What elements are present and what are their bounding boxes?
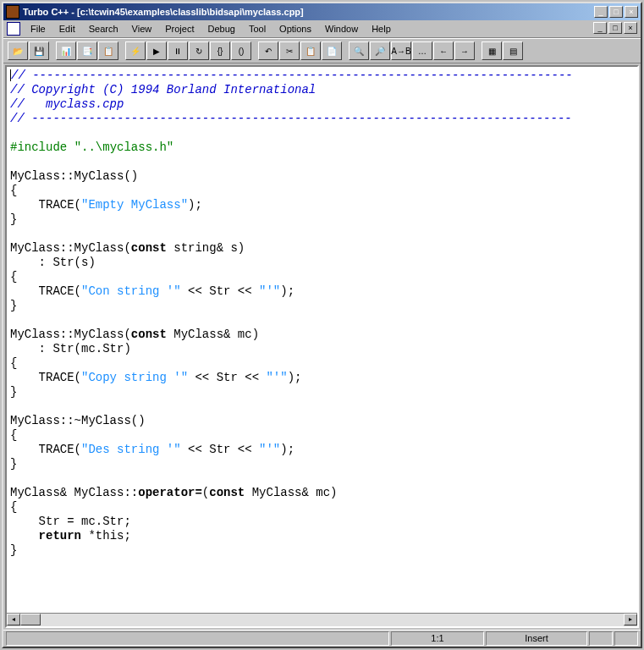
make-icon[interactable]: 📋 [98, 41, 118, 60]
code-brace: } [10, 385, 17, 399]
cut-icon[interactable]: ✂ [279, 41, 300, 60]
code-string: "Copy string '" [81, 371, 188, 384]
code-text: MyClass& MyClass:: [10, 486, 138, 499]
menu-help[interactable]: Help [365, 22, 398, 36]
code-brace: { [10, 270, 17, 284]
menu-edit[interactable]: Edit [52, 22, 82, 36]
menu-project[interactable]: Project [158, 22, 201, 36]
code-keyword: const [131, 241, 167, 255]
menu-window[interactable]: Window [318, 22, 365, 36]
code-text: ); [288, 371, 302, 384]
code-keyword: operator= [138, 486, 202, 499]
code-string: "Empty MyClass" [81, 198, 188, 212]
menu-tool[interactable]: Tool [242, 22, 272, 36]
code-comment: // -------------------------------------… [10, 112, 572, 125]
code-text: MyClass::MyClass( [10, 241, 131, 255]
watch-icon[interactable]: () [231, 41, 251, 60]
replace-icon[interactable]: A→B [391, 41, 411, 60]
code-line: : Str(mc.Str) [10, 342, 131, 355]
code-text: ); [188, 198, 202, 212]
code-brace: { [10, 428, 17, 442]
status-pane-2 [614, 631, 638, 646]
next-msg-icon[interactable]: → [454, 41, 475, 60]
code-string: "'" [259, 443, 280, 456]
reset-icon[interactable]: ↻ [189, 41, 209, 60]
document-icon[interactable] [7, 22, 20, 36]
code-string: "'" [266, 371, 287, 384]
scroll-track[interactable] [20, 614, 624, 626]
status-cursor-position: 1:1 [391, 631, 484, 646]
cascade-icon[interactable]: ▤ [503, 41, 523, 60]
step-over-icon[interactable]: ▶ [146, 41, 167, 60]
menu-debug[interactable]: Debug [201, 22, 241, 36]
code-text: MyClass& mc) [245, 486, 337, 499]
code-line: MyClass::MyClass() [10, 169, 138, 183]
mdi-minimize-button[interactable]: _ [593, 22, 607, 34]
code-line: Str = mc.Str; [10, 515, 131, 528]
project-icon[interactable]: 📊 [56, 41, 76, 60]
code-line: : Str(s) [10, 256, 96, 269]
menu-file[interactable]: File [24, 22, 52, 36]
code-brace: { [10, 500, 17, 514]
code-text: MyClass& mc) [167, 328, 259, 341]
copy-icon[interactable]: 📋 [300, 41, 321, 60]
open-file-icon[interactable]: 📂 [8, 41, 28, 60]
code-text: ); [280, 443, 294, 456]
code-text: TRACE( [10, 443, 81, 456]
menu-search[interactable]: Search [82, 22, 125, 36]
menu-view[interactable]: View [125, 22, 159, 36]
code-brace: { [10, 356, 17, 370]
mdi-controls: _ □ × [592, 22, 637, 36]
code-text: << Str << [181, 443, 259, 456]
maximize-button[interactable]: □ [609, 6, 623, 18]
browse-icon[interactable]: … [412, 41, 432, 60]
code-text: TRACE( [10, 371, 81, 384]
code-text: MyClass::MyClass( [10, 328, 131, 341]
statusbar: 1:1 Insert [3, 630, 641, 647]
close-button[interactable]: × [625, 6, 638, 18]
code-text: << Str << [188, 371, 266, 384]
code-brace: } [10, 299, 17, 312]
find-next-icon[interactable]: 🔎 [370, 41, 390, 60]
menubar: File Edit Search View Project Debug Tool… [3, 20, 641, 38]
code-text: TRACE( [10, 198, 81, 212]
code-string: "'" [259, 284, 280, 298]
code-string: "Con string '" [81, 284, 181, 298]
code-line: MyClass::~MyClass() [10, 414, 146, 427]
menu-options[interactable]: Options [272, 22, 318, 36]
app-window: Turbo C++ - [c:\tcwin45\examples\classli… [2, 2, 642, 648]
run-icon[interactable]: ⚡ [125, 41, 146, 60]
code-text [10, 529, 39, 543]
step-into-icon[interactable]: ⏸ [168, 41, 188, 60]
editor-frame: // -------------------------------------… [5, 65, 639, 628]
scroll-left-icon[interactable]: ◂ [7, 614, 20, 625]
prev-msg-icon[interactable]: ← [433, 41, 454, 60]
toggle-breakpoint-icon[interactable]: {} [210, 41, 230, 60]
scroll-right-icon[interactable]: ▸ [624, 614, 637, 625]
minimize-button[interactable]: _ [594, 6, 608, 18]
code-brace: } [10, 212, 17, 226]
status-pane-1 [589, 631, 613, 646]
undo-icon[interactable]: ↶ [258, 41, 278, 60]
code-brace: } [10, 457, 17, 471]
code-text: *this; [81, 529, 131, 543]
code-editor[interactable]: // -------------------------------------… [7, 67, 637, 613]
save-file-icon[interactable]: 💾 [29, 41, 49, 60]
code-string: "Des string '" [81, 443, 181, 456]
compile-icon[interactable]: 📑 [77, 41, 97, 60]
find-icon[interactable]: 🔍 [349, 41, 369, 60]
code-text: ); [280, 284, 294, 298]
horizontal-scrollbar[interactable]: ◂ ▸ [7, 613, 637, 626]
toolbar: 📂 💾 📊 📑 📋 ⚡ ▶ ⏸ ↻ {} () ↶ ✂ 📋 📄 🔍 🔎 A→B … [3, 38, 641, 63]
app-icon [6, 5, 19, 19]
code-text: string& s) [167, 241, 245, 255]
tile-icon[interactable]: ▦ [482, 41, 502, 60]
code-comment: // Copyright (C) 1994 Borland Internatio… [10, 83, 316, 96]
code-brace: } [10, 543, 17, 557]
mdi-close-button[interactable]: × [624, 22, 637, 34]
code-keyword: return [39, 529, 81, 543]
mdi-maximize-button[interactable]: □ [608, 22, 622, 34]
titlebar[interactable]: Turbo C++ - [c:\tcwin45\examples\classli… [3, 3, 641, 20]
paste-icon[interactable]: 📄 [322, 41, 342, 60]
scroll-thumb[interactable] [20, 614, 41, 625]
